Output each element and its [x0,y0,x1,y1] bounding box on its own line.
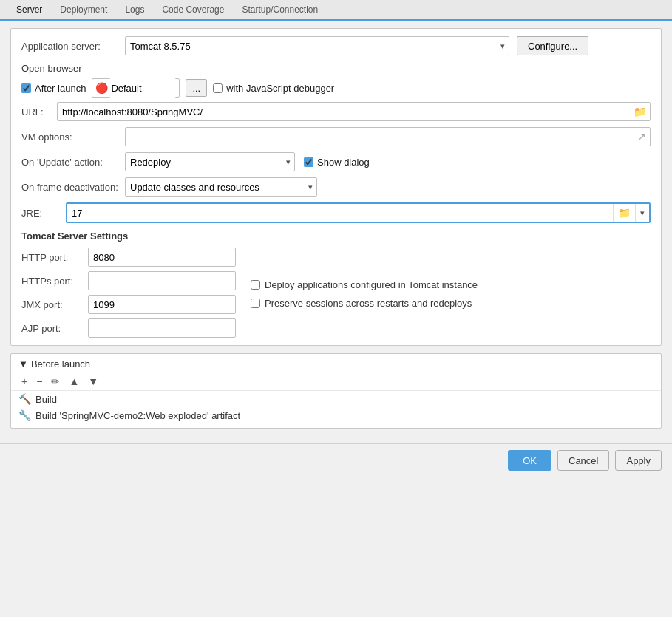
cancel-button[interactable]: Cancel [557,450,609,471]
app-server-select-wrapper: Tomcat 8.5.75 [125,36,509,55]
app-server-section: Application server: Tomcat 8.5.75 Config… [10,28,662,346]
on-frame-select-wrapper: Update classes and resources Redeploy Do… [125,177,317,197]
on-frame-label: On frame deactivation: [21,182,125,193]
js-debugger-label[interactable]: with JavaScript debugger [213,83,334,94]
on-update-select[interactable]: Redeploy Update classes and resources Do… [125,152,295,171]
bottom-buttons-area: OK Cancel Apply [0,443,672,477]
https-port-label: HTTPs port: [21,276,88,287]
before-launch-section: ▼ Before launch + − ✏ ▲ ▼ 🔨 Build 🔧 Buil… [10,353,662,429]
tomcat-settings-section: Tomcat Server Settings HTTP port: HTTPs … [21,231,651,338]
vm-options-input[interactable] [125,127,651,146]
http-port-row: HTTP port: [21,248,236,267]
show-dialog-label: Show dialog [317,157,370,168]
before-launch-title-text: Before launch [31,358,90,369]
ports-checkboxes-container: HTTP port: HTTPs port: JMX port: AJP por… [21,248,651,338]
url-label: URL: [21,106,51,117]
main-content: Application server: Tomcat 8.5.75 Config… [0,21,672,443]
chrome-icon: 🔴 [95,82,108,94]
ports-section: HTTP port: HTTPs port: JMX port: AJP por… [21,248,236,338]
show-dialog-checkbox[interactable] [304,157,313,167]
open-browser-title: Open browser [21,63,651,74]
configure-button[interactable]: Configure... [517,36,588,55]
http-port-input[interactable] [88,248,236,267]
deploy-apps-text: Deploy applications configured in Tomcat… [265,279,478,290]
after-launch-checkbox[interactable] [21,83,31,93]
ajp-port-label: AJP port: [21,323,88,334]
build-item-1-label: Build [35,394,57,405]
artifact-icon: 🔧 [18,409,31,421]
show-dialog-checkbox-label[interactable]: Show dialog [304,157,370,168]
open-browser-section: Open browser After launch 🔴 Default ... … [21,63,651,121]
build-icon: 🔨 [18,393,31,405]
on-update-select-wrapper: Redeploy Update classes and resources Do… [125,152,295,171]
jre-dropdown-button[interactable]: ▾ [635,204,649,222]
remove-button[interactable]: − [33,374,45,389]
jmx-port-row: JMX port: [21,295,236,314]
vm-options-row: VM options: ↗ [21,127,651,146]
tab-logs[interactable]: Logs [116,0,153,19]
before-launch-chevron: ▼ [18,358,28,369]
on-update-row: On 'Update' action: Redeploy Update clas… [21,152,651,171]
tab-deployment[interactable]: Deployment [51,0,116,19]
https-port-row: HTTPs port: [21,271,236,290]
jmx-port-label: JMX port: [21,299,88,310]
tab-startup[interactable]: Startup/Connection [233,0,327,19]
vm-options-expand-icon[interactable]: ↗ [634,129,649,144]
dots-button[interactable]: ... [186,79,207,97]
build-item-2[interactable]: 🔧 Build 'SpringMVC-demo2:Web exploded' a… [11,407,661,423]
ajp-port-row: AJP port: [21,318,236,338]
preserve-sessions-text: Preserve sessions across restarts and re… [265,298,472,309]
vm-options-label: VM options: [21,132,125,143]
jre-input[interactable] [67,204,613,222]
deploy-apps-label[interactable]: Deploy applications configured in Tomcat… [251,279,651,290]
preserve-sessions-checkbox[interactable] [251,299,260,308]
show-dialog-container: Show dialog [304,157,370,168]
apply-button[interactable]: Apply [615,450,662,471]
jre-folder-button[interactable]: 📁 [613,204,635,222]
app-server-select[interactable]: Tomcat 8.5.75 [125,36,509,55]
browser-select-container: 🔴 Default [92,78,180,98]
jmx-port-input[interactable] [88,295,236,314]
build-item-1[interactable]: 🔨 Build [11,391,661,407]
https-port-input[interactable] [88,271,236,290]
ok-button[interactable]: OK [508,450,551,471]
url-row: URL: 📁 [21,102,651,121]
build-item-2-label: Build 'SpringMVC-demo2:Web exploded' art… [35,410,240,421]
tab-server[interactable]: Server [7,0,51,21]
vm-options-input-wrapper: ↗ [125,127,651,146]
on-frame-row: On frame deactivation: Update classes an… [21,177,651,197]
ajp-port-input[interactable] [88,318,236,338]
on-frame-select[interactable]: Update classes and resources Redeploy Do… [125,177,317,197]
tab-bar: Server Deployment Logs Code Coverage Sta… [0,0,672,21]
tab-code-coverage[interactable]: Code Coverage [153,0,233,19]
move-down-button[interactable]: ▼ [85,374,101,389]
on-update-label: On 'Update' action: [21,157,125,168]
preserve-sessions-label[interactable]: Preserve sessions across restarts and re… [251,298,651,309]
after-launch-checkbox-label[interactable]: After launch [21,83,86,94]
jre-row: JRE: 📁 ▾ [21,202,651,223]
before-launch-title-row[interactable]: ▼ Before launch [11,358,661,372]
after-launch-label: After launch [35,83,86,94]
jre-label: JRE: [21,208,66,219]
deploy-apps-checkbox[interactable] [251,280,260,290]
tomcat-settings-title: Tomcat Server Settings [21,231,651,242]
app-server-row: Application server: Tomcat 8.5.75 Config… [21,36,651,55]
right-checkboxes: Deploy applications configured in Tomcat… [251,248,651,338]
before-launch-toolbar: + − ✏ ▲ ▼ [11,372,661,391]
add-button[interactable]: + [18,374,30,389]
browser-row: After launch 🔴 Default ... with JavaScri… [21,78,651,98]
edit-button[interactable]: ✏ [48,374,63,389]
app-server-label: Application server: [21,41,125,52]
jre-input-wrapper: 📁 ▾ [66,202,651,223]
url-folder-icon[interactable]: 📁 [631,104,649,119]
url-input[interactable] [57,102,651,121]
browser-select[interactable]: Default [109,78,176,98]
http-port-label: HTTP port: [21,252,88,263]
js-debugger-checkbox[interactable] [213,83,223,93]
url-input-wrapper: 📁 [57,102,651,121]
js-debugger-text: with JavaScript debugger [226,83,334,94]
move-up-button[interactable]: ▲ [66,374,82,389]
